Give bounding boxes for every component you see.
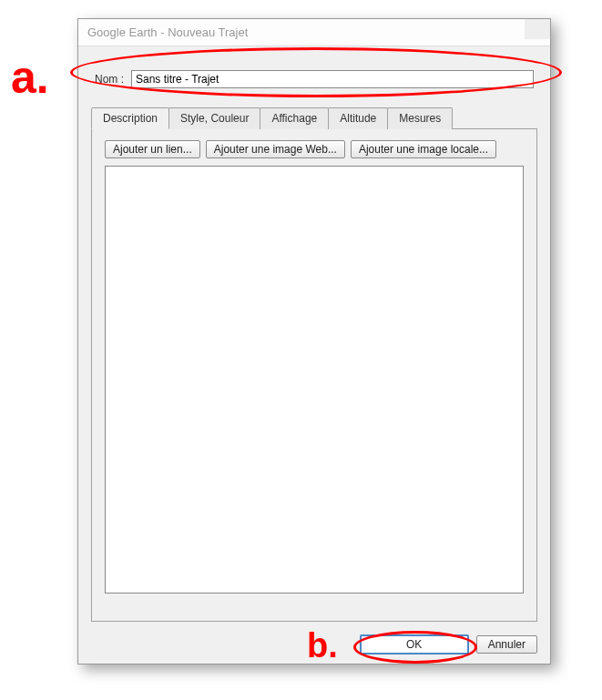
cancel-button[interactable]: Annuler bbox=[476, 635, 537, 654]
dialog-footer: OK Annuler bbox=[360, 634, 537, 654]
tab-mesures[interactable]: Mesures bbox=[387, 107, 453, 129]
tab-description[interactable]: Description bbox=[91, 107, 169, 129]
window-title: Google Earth - Nouveau Trajet bbox=[87, 25, 248, 39]
titlebar: Google Earth - Nouveau Trajet bbox=[78, 19, 550, 46]
tab-altitude[interactable]: Altitude bbox=[328, 107, 388, 129]
annotation-label-b: b. bbox=[307, 628, 338, 663]
tab-affichage[interactable]: Affichage bbox=[260, 107, 329, 129]
name-row: Nom : bbox=[95, 70, 534, 88]
name-label: Nom : bbox=[95, 73, 124, 86]
add-local-image-button[interactable]: Ajouter une image locale... bbox=[351, 140, 496, 158]
tab-panel-description: Ajouter un lien... Ajouter une image Web… bbox=[91, 128, 537, 622]
tab-style-color[interactable]: Style, Couleur bbox=[168, 107, 260, 129]
add-link-button[interactable]: Ajouter un lien... bbox=[105, 140, 200, 158]
description-textarea[interactable] bbox=[105, 166, 524, 593]
description-button-row: Ajouter un lien... Ajouter une image Web… bbox=[105, 140, 524, 158]
annotation-label-a: a. bbox=[11, 55, 49, 100]
dialog-window: Google Earth - Nouveau Trajet Nom : Desc… bbox=[77, 18, 551, 664]
tabstrip: Description Style, Couleur Affichage Alt… bbox=[91, 107, 537, 128]
ok-button[interactable]: OK bbox=[360, 634, 469, 654]
close-icon[interactable] bbox=[525, 19, 550, 39]
add-web-image-button[interactable]: Ajouter une image Web... bbox=[206, 140, 345, 158]
tabs-area: Description Style, Couleur Affichage Alt… bbox=[91, 107, 537, 622]
name-input[interactable] bbox=[131, 70, 534, 88]
